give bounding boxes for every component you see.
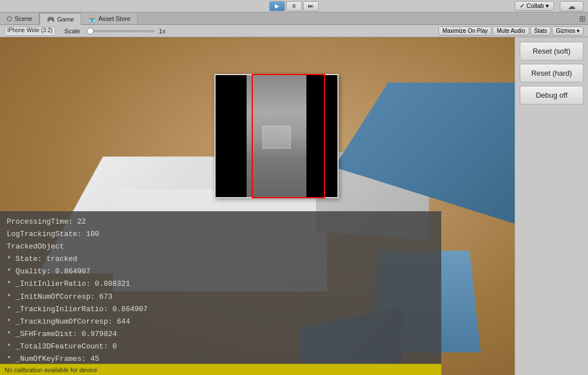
tab-scene[interactable]: ⬡ Scene xyxy=(0,13,40,24)
tab-asset-store[interactable]: 🏪 Asset Store xyxy=(81,13,138,24)
debug-line-6: * _InitInlierRatio: 0.808321 xyxy=(7,278,435,290)
reset-soft-button[interactable]: Reset (soft) xyxy=(520,42,583,60)
maximize-on-play-button[interactable]: Maximize On Play xyxy=(438,27,492,36)
notification-bar: No calibration available for device xyxy=(0,364,441,375)
collab-label: ✓ Collab ▾ xyxy=(520,2,549,10)
asset-store-tab-label: Asset Store xyxy=(98,15,130,22)
right-panel: Reset (soft) Reset (hard) Debug off xyxy=(515,37,588,375)
debug-line-4: * State: tracked xyxy=(7,253,435,265)
camera-tracked-object xyxy=(262,126,291,149)
play-button[interactable]: ▶ xyxy=(269,1,285,11)
scene-icon: ⬡ xyxy=(7,15,12,23)
expand-icon[interactable]: ⊞ xyxy=(579,14,586,23)
debug-line-5: * Quality: 0.864907 xyxy=(7,265,435,278)
mute-audio-button[interactable]: Mute Audio xyxy=(493,27,529,36)
debug-line-8: * _TrackingInlierRatio: 0.864907 xyxy=(7,303,435,316)
game-tab-label: Game xyxy=(57,16,74,23)
scale-slider-thumb xyxy=(87,28,94,34)
gizmos-button[interactable]: Gizmos ▾ xyxy=(552,27,583,36)
tab-bar: ⬡ Scene 🎮 Game 🏪 Asset Store ⊞ xyxy=(0,12,588,25)
main-area: ProcessingTime: 22 LogTrackingState: 100… xyxy=(0,37,588,375)
aspect-ratio-select[interactable]: iPhone Wide (3:2) xyxy=(5,27,55,36)
debug-line-7: * _InitNumOfCorresp: 673 xyxy=(7,291,435,303)
aspect-ratio-label: iPhone Wide (3:2) xyxy=(7,27,52,33)
debug-overlay: ProcessingTime: 22 LogTrackingState: 100… xyxy=(0,211,441,375)
cloud-button[interactable]: ☁ xyxy=(560,1,583,11)
camera-content xyxy=(247,75,306,197)
cloud-icon: ☁ xyxy=(568,2,576,11)
scale-slider[interactable] xyxy=(87,30,155,32)
reset-hard-button[interactable]: Reset (hard) xyxy=(520,64,583,82)
debug-line-2: LogTrackingState: 100 xyxy=(7,228,435,241)
game-icon: 🎮 xyxy=(47,16,55,23)
debug-line-9: * _TrackingNumOfCorresp: 644 xyxy=(7,316,435,328)
stats-button[interactable]: Stats xyxy=(530,27,551,36)
notification-text: No calibration available for device xyxy=(5,367,97,373)
collab-button[interactable]: ✓ Collab ▾ xyxy=(515,1,554,11)
game-viewport: ProcessingTime: 22 LogTrackingState: 100… xyxy=(0,37,515,375)
debug-line-1: ProcessingTime: 22 xyxy=(7,216,435,228)
top-toolbar: ▶ ⏸ ⏭ ✓ Collab ▾ ☁ xyxy=(0,0,588,12)
debug-line-10: * _SFHFrameDist: 0.979824 xyxy=(7,328,435,341)
scale-control: 1x xyxy=(85,28,166,34)
camera-black-left xyxy=(216,75,247,197)
pause-button[interactable]: ⏸ xyxy=(286,1,302,11)
camera-black-right xyxy=(306,75,337,197)
scene-tab-label: Scene xyxy=(15,15,32,22)
asset-store-icon: 🏪 xyxy=(88,15,96,23)
camera-inner xyxy=(216,75,337,197)
play-controls: ▶ ⏸ ⏭ xyxy=(269,1,319,11)
scale-label: Scale xyxy=(64,28,80,34)
options-right: Maximize On Play Mute Audio Stats Gizmos… xyxy=(438,27,583,36)
debug-line-11: * _Total3DFeatureCount: 0 xyxy=(7,341,435,353)
step-button[interactable]: ⏭ xyxy=(303,1,319,11)
tab-game[interactable]: 🎮 Game xyxy=(40,13,81,25)
scale-value: 1x xyxy=(159,28,166,34)
debug-off-button[interactable]: Debug off xyxy=(520,86,583,104)
options-bar: iPhone Wide (3:2) Scale 1x Maximize On P… xyxy=(0,25,588,37)
debug-line-3: TrackedObject xyxy=(7,241,435,253)
camera-frame xyxy=(214,74,339,198)
